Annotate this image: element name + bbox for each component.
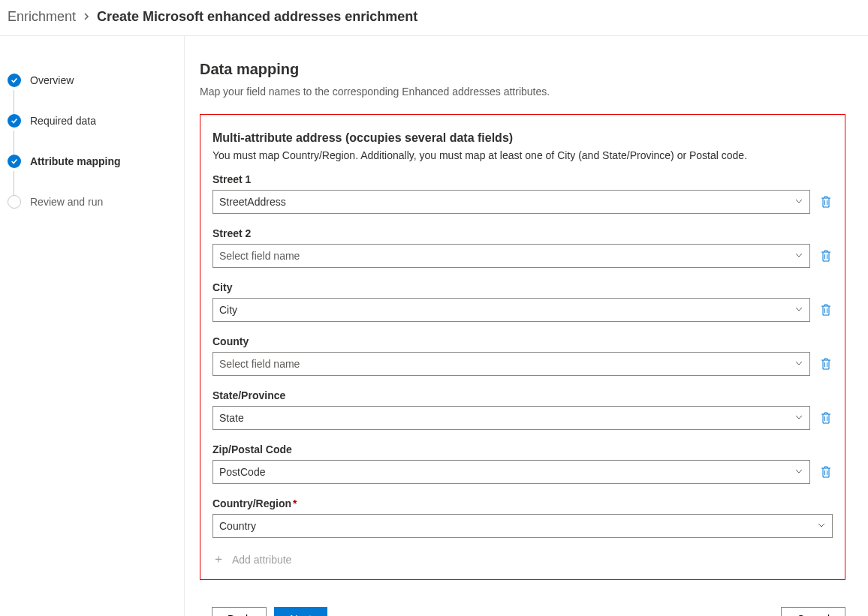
field-dropdown[interactable]: City <box>212 298 810 322</box>
field-group: Country/Region*Country <box>212 497 833 538</box>
chevron-down-icon <box>794 412 803 424</box>
chevron-down-icon <box>794 250 803 262</box>
field-group: State/ProvinceState <box>212 389 833 430</box>
field-dropdown[interactable]: Select field name <box>212 244 810 268</box>
footer-actions: Back Next Cancel <box>200 604 845 616</box>
plus-icon: ＋ <box>212 551 225 567</box>
dropdown-value: Select field name <box>219 250 300 262</box>
cancel-button[interactable]: Cancel <box>781 607 845 616</box>
field-label: City <box>212 281 833 293</box>
chevron-right-icon <box>82 11 91 23</box>
section-description: Map your field names to the correspondin… <box>200 86 845 98</box>
main-content: Data mapping Map your field names to the… <box>185 36 860 616</box>
wizard-step-review-and-run[interactable]: Review and run <box>8 195 184 209</box>
delete-icon[interactable] <box>819 465 833 479</box>
field-dropdown[interactable]: PostCode <box>212 460 810 484</box>
field-label: County <box>212 335 833 347</box>
chevron-down-icon <box>794 358 803 370</box>
dropdown-value: State <box>219 412 244 424</box>
wizard-steps: OverviewRequired dataAttribute mappingRe… <box>0 36 185 616</box>
wizard-step-label: Attribute mapping <box>30 155 121 167</box>
field-label: State/Province <box>212 389 833 401</box>
field-label: Zip/Postal Code <box>212 443 833 455</box>
circle-icon <box>8 195 21 209</box>
wizard-step-label: Overview <box>30 74 74 86</box>
breadcrumb-current: Create Microsoft enhanced addresses enri… <box>97 9 417 25</box>
delete-icon[interactable] <box>819 195 833 209</box>
field-group: Street 1StreetAddress <box>212 173 833 214</box>
check-icon <box>8 114 21 128</box>
mapping-box: Multi-attribute address (occupies severa… <box>200 114 845 580</box>
dropdown-value: City <box>219 304 237 316</box>
check-icon <box>8 74 21 87</box>
chevron-down-icon <box>794 466 803 478</box>
field-dropdown[interactable]: State <box>212 406 810 430</box>
mapping-box-description: You must map Country/Region. Additionall… <box>212 149 833 161</box>
field-dropdown[interactable]: Country <box>212 514 833 538</box>
wizard-step-attribute-mapping[interactable]: Attribute mapping <box>8 155 184 168</box>
delete-icon[interactable] <box>819 249 833 263</box>
field-group: Zip/Postal CodePostCode <box>212 443 833 484</box>
breadcrumb: Enrichment Create Microsoft enhanced add… <box>0 0 868 36</box>
wizard-step-label: Required data <box>30 115 96 127</box>
chevron-down-icon <box>794 196 803 208</box>
field-group: CityCity <box>212 281 833 322</box>
dropdown-value: Select field name <box>219 358 300 370</box>
add-attribute-button[interactable]: ＋ Add attribute <box>212 551 833 567</box>
field-dropdown[interactable]: Select field name <box>212 352 810 376</box>
field-group: Street 2Select field name <box>212 227 833 268</box>
dropdown-value: PostCode <box>219 466 265 478</box>
section-title: Data mapping <box>200 61 845 78</box>
required-indicator: * <box>293 497 297 509</box>
wizard-step-label: Review and run <box>30 196 103 208</box>
field-label: Country/Region* <box>212 497 833 509</box>
wizard-step-required-data[interactable]: Required data <box>8 114 184 128</box>
chevron-down-icon <box>794 304 803 316</box>
mapping-box-title: Multi-attribute address (occupies severa… <box>212 131 833 145</box>
field-dropdown[interactable]: StreetAddress <box>212 190 810 214</box>
add-attribute-label: Add attribute <box>232 554 291 566</box>
dropdown-value: StreetAddress <box>219 196 286 208</box>
dropdown-value: Country <box>219 520 256 532</box>
field-label: Street 2 <box>212 227 833 239</box>
next-button[interactable]: Next <box>274 607 327 616</box>
breadcrumb-root[interactable]: Enrichment <box>8 9 76 25</box>
delete-icon[interactable] <box>819 411 833 425</box>
chevron-down-icon <box>817 520 826 532</box>
check-icon <box>8 155 21 168</box>
wizard-step-overview[interactable]: Overview <box>8 74 184 87</box>
field-label: Street 1 <box>212 173 833 185</box>
back-button[interactable]: Back <box>212 607 267 616</box>
field-group: CountySelect field name <box>212 335 833 376</box>
delete-icon[interactable] <box>819 303 833 317</box>
delete-icon[interactable] <box>819 357 833 371</box>
